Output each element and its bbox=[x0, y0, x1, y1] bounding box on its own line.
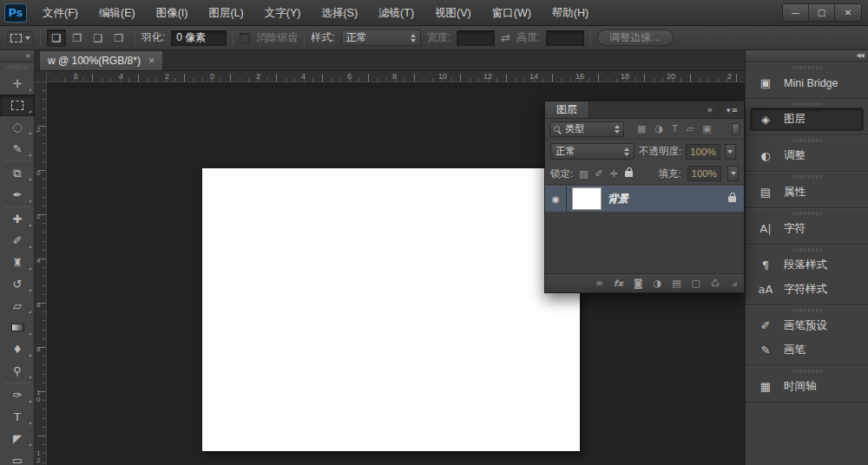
pen-tool[interactable]: ✑ bbox=[0, 384, 35, 406]
clone-stamp-tool[interactable]: ♜ bbox=[0, 252, 35, 273]
healing-brush-tool[interactable]: ✚ bbox=[0, 208, 35, 230]
panel-menu-icon[interactable]: ▾≡ bbox=[720, 106, 739, 115]
document-tab[interactable]: w @ 100%(RGB/8*) × bbox=[39, 50, 163, 70]
rectangle-tool[interactable]: ▭ bbox=[0, 449, 35, 465]
dock-collapse-icon[interactable]: ◀◀ bbox=[746, 50, 868, 62]
lock-transparency-icon[interactable]: ▨ bbox=[579, 168, 588, 180]
close-button[interactable]: ✕ bbox=[835, 4, 861, 21]
delete-layer-icon[interactable]: ♺ bbox=[711, 278, 720, 289]
dock-group-grip[interactable] bbox=[792, 102, 822, 106]
height-input[interactable] bbox=[546, 30, 584, 46]
add-to-selection-button[interactable]: ❐ bbox=[68, 29, 87, 47]
lock-all-icon[interactable] bbox=[625, 171, 633, 177]
move-tool[interactable]: ✛ bbox=[0, 73, 35, 95]
filter-type-layers-icon[interactable]: T bbox=[672, 123, 678, 134]
dock-group-grip[interactable] bbox=[792, 309, 822, 312]
dock-group-grip[interactable] bbox=[792, 248, 822, 252]
brush-tool[interactable]: ✐ bbox=[0, 230, 35, 252]
menu-item-1[interactable]: 编辑(E) bbox=[89, 0, 146, 26]
document-title: w @ 100%(RGB/8*) bbox=[48, 55, 141, 67]
menu-item-2[interactable]: 图像(I) bbox=[146, 0, 199, 26]
fill-dropdown[interactable] bbox=[727, 166, 739, 181]
path-selection-tool[interactable]: ◤ bbox=[0, 428, 35, 449]
filter-type-select[interactable]: 类型 bbox=[549, 121, 624, 137]
restore-button[interactable]: □ bbox=[809, 4, 835, 21]
menu-item-0[interactable]: 文件(F) bbox=[32, 0, 89, 26]
new-layer-icon[interactable]: ▢ bbox=[692, 278, 700, 289]
add-layer-mask-icon[interactable]: ◙ bbox=[634, 278, 643, 289]
intersect-selection-button[interactable]: ❒ bbox=[109, 29, 128, 47]
panel-brush-presets[interactable]: ✐画笔预设 bbox=[750, 314, 864, 337]
panel-brush[interactable]: ✎画笔 bbox=[750, 338, 864, 362]
layer-thumbnail[interactable] bbox=[572, 187, 602, 210]
dock-group-grip[interactable] bbox=[792, 370, 822, 373]
link-layers-icon[interactable]: ∞ bbox=[595, 278, 603, 289]
layer-row[interactable]: ◉背景 bbox=[545, 186, 744, 212]
opacity-dropdown[interactable] bbox=[725, 144, 736, 160]
lock-paint-icon[interactable]: ✐ bbox=[595, 168, 603, 180]
minimize-button[interactable]: — bbox=[783, 4, 809, 21]
new-group-icon[interactable]: ▤ bbox=[672, 278, 681, 289]
panel-paragraph-styles[interactable]: ¶段落样式 bbox=[750, 253, 864, 277]
panel-character-styles[interactable]: aA字符样式 bbox=[750, 278, 864, 301]
lasso-tool[interactable]: ◌ bbox=[0, 116, 35, 138]
tools-grip[interactable] bbox=[6, 65, 29, 69]
tool-preset-picker[interactable] bbox=[7, 31, 34, 45]
panel-properties[interactable]: ▤属性 bbox=[750, 180, 864, 204]
dock-group-grip[interactable] bbox=[792, 175, 822, 179]
dodge-tool[interactable]: ⚲ bbox=[0, 360, 35, 382]
tools-collapse-icon[interactable]: » bbox=[0, 50, 34, 62]
menu-item-5[interactable]: 选择(S) bbox=[311, 0, 368, 26]
panel-adjustments[interactable]: ◐调整 bbox=[750, 144, 864, 167]
swap-dimensions-icon[interactable]: ⇄ bbox=[501, 31, 510, 44]
panel-resize-grip[interactable]: ◢ bbox=[732, 279, 737, 287]
panel-mini-bridge[interactable]: ▣Mini Bridge bbox=[750, 71, 864, 95]
crop-tool[interactable]: ⧉ bbox=[0, 162, 35, 184]
dock-group-grip[interactable] bbox=[792, 212, 822, 215]
menu-item-8[interactable]: 窗口(W) bbox=[482, 0, 542, 26]
menu-item-3[interactable]: 图层(L) bbox=[198, 0, 253, 26]
opacity-value[interactable]: 100% bbox=[686, 144, 720, 160]
blur-tool[interactable]: ♦ bbox=[0, 338, 35, 360]
subtract-from-selection-button[interactable]: ❑ bbox=[89, 29, 108, 47]
eraser-tool[interactable]: ▱ bbox=[0, 295, 35, 317]
dock-group-grip[interactable] bbox=[792, 139, 822, 142]
quick-selection-tool[interactable]: ✎ bbox=[0, 138, 35, 160]
panel-character[interactable]: A|字符 bbox=[750, 217, 864, 240]
blend-mode-select[interactable]: 正常 bbox=[550, 143, 635, 160]
filter-toggle-switch[interactable] bbox=[732, 123, 740, 135]
filter-adjustment-layers-icon[interactable]: ◑ bbox=[654, 123, 663, 134]
antialias-checkbox[interactable] bbox=[240, 33, 250, 43]
new-adjustment-layer-icon[interactable]: ◑ bbox=[654, 278, 662, 289]
dock-group-grip[interactable] bbox=[792, 66, 822, 69]
menu-item-7[interactable]: 视图(V) bbox=[424, 0, 482, 26]
filter-shape-layers-icon[interactable]: ▱ bbox=[687, 123, 694, 134]
layers-tab[interactable]: 图层 bbox=[545, 102, 589, 118]
layer-style-icon[interactable]: fx bbox=[614, 278, 623, 288]
visibility-eye-icon[interactable]: ◉ bbox=[545, 186, 567, 212]
panel-layers[interactable]: ◈图层 bbox=[750, 108, 864, 131]
lock-label: 锁定: bbox=[550, 167, 573, 180]
document-canvas[interactable] bbox=[202, 168, 580, 451]
history-brush-tool[interactable]: ↺ bbox=[0, 273, 35, 295]
menu-item-6[interactable]: 滤镜(T) bbox=[368, 0, 424, 26]
rectangular-marquee-tool[interactable] bbox=[0, 95, 35, 116]
fill-value[interactable]: 100% bbox=[687, 166, 721, 181]
filter-smart-objects-icon[interactable]: ▣ bbox=[702, 123, 711, 134]
width-input[interactable] bbox=[457, 30, 495, 46]
menu-item-4[interactable]: 文字(Y) bbox=[254, 0, 312, 26]
refine-edge-button[interactable]: 调整边缘… bbox=[597, 29, 674, 46]
feather-input[interactable] bbox=[171, 30, 227, 46]
panel-collapse-icon[interactable]: » bbox=[707, 105, 713, 115]
lock-move-icon[interactable]: ✛ bbox=[610, 168, 618, 180]
tab-close-icon[interactable]: × bbox=[148, 55, 155, 67]
gradient-tool[interactable] bbox=[0, 317, 35, 338]
type-tool[interactable]: T bbox=[0, 406, 35, 428]
menu-item-9[interactable]: 帮助(H) bbox=[542, 0, 599, 26]
eyedropper-tool[interactable]: ✒ bbox=[0, 184, 35, 206]
dock-groups: ▣Mini Bridge◈图层◐调整▤属性A|字符¶段落样式aA字符样式✐画笔预… bbox=[746, 62, 868, 403]
filter-pixel-layers-icon[interactable]: ▦ bbox=[637, 123, 646, 134]
panel-timeline[interactable]: ▦时间轴 bbox=[750, 375, 864, 398]
new-selection-button[interactable]: ❏ bbox=[47, 29, 66, 47]
style-select[interactable]: 正常 bbox=[341, 29, 421, 46]
